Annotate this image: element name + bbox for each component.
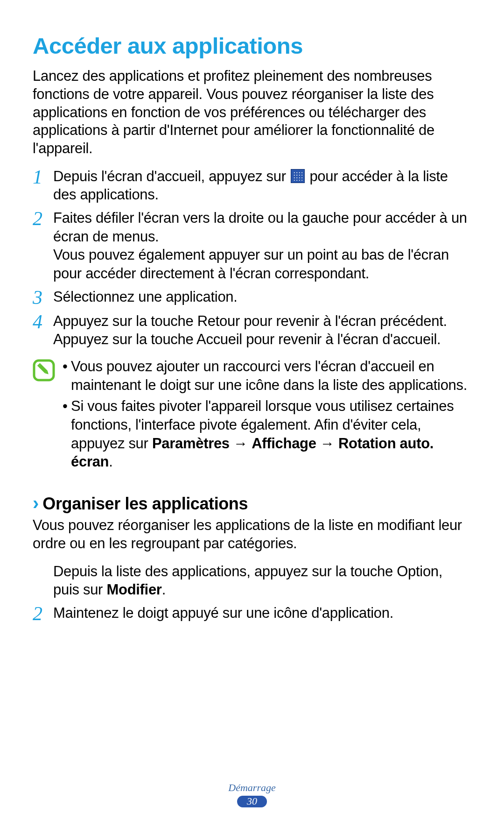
step-text-post: . [162,581,166,598]
note-box: • Vous pouvez ajouter un raccourci vers … [33,357,471,474]
apps-grid-icon [291,169,305,183]
subsection-heading: › Organiser les applications [33,494,471,514]
step-number: 2 [33,604,53,623]
step-3: 3 Sélectionnez une application. [33,288,471,307]
page-footer: Démarrage 30 [0,782,504,807]
step-text-pre: Depuis l'écran d'accueil, appuyez sur [53,168,290,184]
arrow-text: → [230,435,252,452]
menu-path-2: Affichage [252,435,316,452]
step-number: 2 [33,209,53,228]
manual-page: Accéder aux applications Lancez des appl… [0,0,504,827]
step-text: Maintenez le doigt appuyé sur une icône … [53,604,471,622]
subsection-title: Organiser les applications [42,494,248,514]
section-heading: Accéder aux applications [33,33,471,59]
note-text: Si vous faites pivoter l'appareil lorsqu… [71,397,471,471]
step-text: Faites défiler l'écran vers la droite ou… [53,209,471,283]
sub-step-1: Depuis la liste des applications, appuye… [33,562,471,599]
intro-paragraph: Lancez des applications et profitez plei… [33,67,471,158]
step-text: Depuis la liste des applications, appuye… [53,562,471,599]
arrow-text: → [316,435,338,452]
step-text-line1: Faites défiler l'écran vers la droite ou… [53,209,471,246]
step-number: 1 [33,167,53,187]
note-item-2: • Si vous faites pivoter l'appareil lors… [63,397,471,471]
steps-list-2: Depuis la liste des applications, appuye… [33,562,471,628]
step-1: 1 Depuis l'écran d'accueil, appuyez sur … [33,167,471,204]
footer-section-label: Démarrage [0,782,504,794]
step-2: 2 Faites défiler l'écran vers la droite … [33,209,471,283]
note-text-period: . [109,453,112,470]
sub-step-2: 2 Maintenez le doigt appuyé sur une icôn… [33,604,471,623]
page-number-badge: 30 [237,796,267,807]
menu-action: Modifier [106,581,161,598]
note-item-1: • Vous pouvez ajouter un raccourci vers … [63,357,471,394]
step-number: 4 [33,312,53,332]
sub-intro-paragraph: Vous pouvez réorganiser les applications… [33,516,471,553]
note-text: Vous pouvez ajouter un raccourci vers l'… [71,357,471,394]
menu-path-1: Paramètres [152,435,230,452]
step-text: Depuis l'écran d'accueil, appuyez sur po… [53,167,471,204]
step-text: Appuyez sur la touche Retour pour reveni… [53,312,471,349]
note-list: • Vous pouvez ajouter un raccourci vers … [63,357,471,474]
step-number: 3 [33,288,53,307]
note-pencil-icon [33,359,55,382]
step-text-line2: Vous pouvez également appuyer sur un poi… [53,246,471,283]
steps-list-1: 1 Depuis l'écran d'accueil, appuyez sur … [33,167,471,353]
step-text: Sélectionnez une application. [53,288,471,306]
step-4: 4 Appuyez sur la touche Retour pour reve… [33,312,471,349]
bullet-icon: • [63,397,71,471]
bullet-icon: • [63,357,71,394]
chevron-right-icon: › [33,494,39,512]
